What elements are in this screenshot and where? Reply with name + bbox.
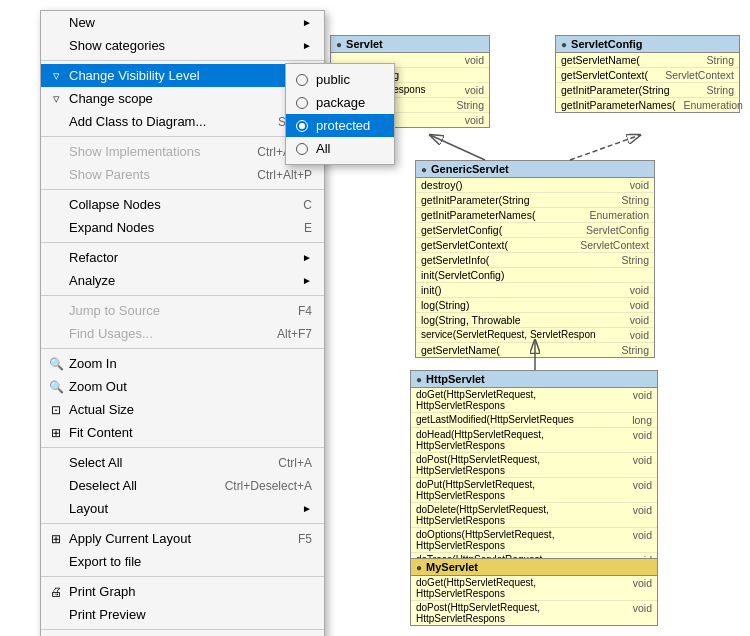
new-submenu-arrow: ►	[302, 17, 312, 28]
table-row: init() void	[416, 283, 654, 298]
visibility-protected-label: protected	[316, 118, 370, 133]
servletconfig-class-header: ● ServletConfig	[556, 36, 739, 53]
menu-item-analyze-label: Analyze	[69, 273, 115, 288]
analyze-arrow: ►	[302, 275, 312, 286]
apply-layout-shortcut: F5	[298, 532, 312, 546]
menu-item-new[interactable]: New ►	[41, 11, 324, 34]
menu-item-export[interactable]: Export to file	[41, 550, 324, 573]
actual-size-icon: ⊡	[47, 401, 65, 419]
apply-layout-icon: ⊞	[47, 530, 65, 548]
zoom-out-icon: 🔍	[47, 378, 65, 396]
table-row: getServletName( String	[416, 343, 654, 357]
visibility-public[interactable]: public	[286, 68, 394, 91]
menu-item-expand-nodes[interactable]: Expand Nodes E	[41, 216, 324, 239]
menu-item-deselect-all[interactable]: Deselect All Ctrl+Deselect+A	[41, 474, 324, 497]
menu-item-layout-label: Layout	[69, 501, 108, 516]
menu-item-analyze[interactable]: Analyze ►	[41, 269, 324, 292]
menu-item-fit-content[interactable]: ⊞ Fit Content	[41, 421, 324, 444]
menu-item-print-graph[interactable]: 🖨 Print Graph	[41, 580, 324, 603]
menu-item-show-implementations: Show Implementations Ctrl+Alt+B	[41, 140, 324, 163]
genericservlet-class-body: destroy() void getInitParameter(String S…	[416, 178, 654, 357]
zoom-in-icon: 🔍	[47, 355, 65, 373]
radio-protected	[296, 120, 308, 132]
genericservlet-class-header: ● GenericServlet	[416, 161, 654, 178]
menu-item-jump-to-source: Jump to Source F4	[41, 299, 324, 322]
menu-item-find-usages-label: Find Usages...	[69, 326, 153, 341]
menu-item-add-class-label: Add Class to Diagram...	[69, 114, 206, 129]
menu-item-show-categories[interactable]: Show categories ►	[41, 34, 324, 57]
menu-item-deselect-all-label: Deselect All	[69, 478, 137, 493]
menu-item-show-implementations-label: Show Implementations	[69, 144, 201, 159]
menu-item-zoom-in-label: Zoom In	[69, 356, 117, 371]
menu-item-change-scope[interactable]: ▿ Change scope ►	[41, 87, 324, 110]
menu-item-show-parents-label: Show Parents	[69, 167, 150, 182]
myservlet-class-header: ● MyServlet	[411, 559, 657, 576]
menu-item-jump-to-source-label: Jump to Source	[69, 303, 160, 318]
menu-item-show-parents: Show Parents Ctrl+Alt+P	[41, 163, 324, 186]
menu-item-layout[interactable]: Layout ►	[41, 497, 324, 520]
table-row: doPut(HttpServletRequest, HttpServletRes…	[411, 478, 657, 503]
table-row: getServletName( String	[556, 53, 739, 68]
table-row: getLastModified(HttpServletReques long	[411, 413, 657, 428]
menu-item-add-class[interactable]: Add Class to Diagram... Space	[41, 110, 324, 133]
separator-1	[41, 60, 324, 61]
menu-item-print-preview[interactable]: Print Preview	[41, 603, 324, 626]
menu-item-new-label: New	[69, 15, 95, 30]
table-row: doHead(HttpServletRequest, HttpServletRe…	[411, 428, 657, 453]
deselect-all-shortcut: Ctrl+Deselect+A	[225, 479, 312, 493]
table-row: getServletContext( ServletContext	[416, 238, 654, 253]
menu-item-zoom-in[interactable]: 🔍 Zoom In	[41, 352, 324, 375]
servletconfig-class: ● ServletConfig getServletName( String g…	[555, 35, 740, 113]
menu-item-zoom-out[interactable]: 🔍 Zoom Out	[41, 375, 324, 398]
layout-arrow: ►	[302, 503, 312, 514]
visibility-public-label: public	[316, 72, 350, 87]
table-row: init(ServletConfig)	[416, 268, 654, 283]
table-row: getInitParameter(String String	[556, 83, 739, 98]
separator-9	[41, 576, 324, 577]
table-row: doPost(HttpServletRequest, HttpServletRe…	[411, 601, 657, 625]
visibility-protected[interactable]: protected	[286, 114, 394, 137]
menu-item-select-all-label: Select All	[69, 455, 122, 470]
visibility-all-label: All	[316, 141, 330, 156]
menu-item-change-visibility[interactable]: ▿ Change Visibility Level ►	[41, 64, 324, 87]
table-row: doPost(HttpServletRequest, HttpServletRe…	[411, 453, 657, 478]
jump-to-source-shortcut: F4	[298, 304, 312, 318]
table-row: log(String, Throwable void	[416, 313, 654, 328]
separator-10	[41, 629, 324, 630]
table-row: doDelete(HttpServletRequest, HttpServlet…	[411, 503, 657, 528]
menu-item-fit-content-label: Fit Content	[69, 425, 133, 440]
separator-4	[41, 242, 324, 243]
menu-item-apply-layout-label: Apply Current Layout	[69, 531, 191, 546]
myservlet-class-body: doGet(HttpServletRequest, HttpServletRes…	[411, 576, 657, 625]
visibility-all[interactable]: All	[286, 137, 394, 160]
svg-line-0	[430, 135, 485, 160]
visibility-submenu: public package protected All	[285, 63, 395, 165]
menu-item-apply-layout[interactable]: ⊞ Apply Current Layout F5	[41, 527, 324, 550]
refactor-arrow: ►	[302, 252, 312, 263]
separator-6	[41, 348, 324, 349]
svg-line-1	[570, 135, 640, 160]
menu-item-actual-size[interactable]: ⊡ Actual Size	[41, 398, 324, 421]
expand-nodes-shortcut: E	[304, 221, 312, 235]
table-row: doGet(HttpServletRequest, HttpServletRes…	[411, 576, 657, 601]
radio-public	[296, 74, 308, 86]
table-row: getServletInfo( String	[416, 253, 654, 268]
menu-item-collapse-nodes[interactable]: Collapse Nodes C	[41, 193, 324, 216]
menu-item-select-all[interactable]: Select All Ctrl+A	[41, 451, 324, 474]
context-menu: New ► Show categories ► ▿ Change Visibil…	[40, 10, 325, 636]
table-row: log(String) void	[416, 298, 654, 313]
servlet-class-name: Servlet	[346, 38, 383, 50]
print-graph-icon: 🖨	[47, 583, 65, 601]
funnel-icon: ▿	[47, 67, 65, 85]
visibility-package[interactable]: package	[286, 91, 394, 114]
radio-all	[296, 143, 308, 155]
menu-item-actual-size-label: Actual Size	[69, 402, 134, 417]
menu-item-print-preview-label: Print Preview	[69, 607, 146, 622]
show-categories-arrow: ►	[302, 40, 312, 51]
radio-package	[296, 97, 308, 109]
table-row: service(ServletRequest, ServletRespon vo…	[416, 328, 654, 343]
menu-item-export-label: Export to file	[69, 554, 141, 569]
menu-item-show-categories-label: Show categories	[69, 38, 165, 53]
menu-item-refactor[interactable]: Refactor ►	[41, 246, 324, 269]
table-row: getServletConfig( ServletConfig	[416, 223, 654, 238]
